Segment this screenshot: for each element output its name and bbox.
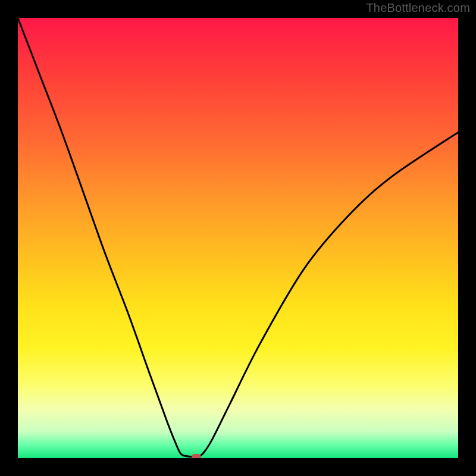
bottleneck-curve-path	[18, 18, 458, 457]
chart-frame: TheBottleneck.com	[0, 0, 476, 476]
curve-svg	[18, 18, 458, 458]
minimum-marker	[192, 454, 201, 458]
watermark-text: TheBottleneck.com	[366, 1, 470, 15]
plot-area	[18, 18, 458, 458]
